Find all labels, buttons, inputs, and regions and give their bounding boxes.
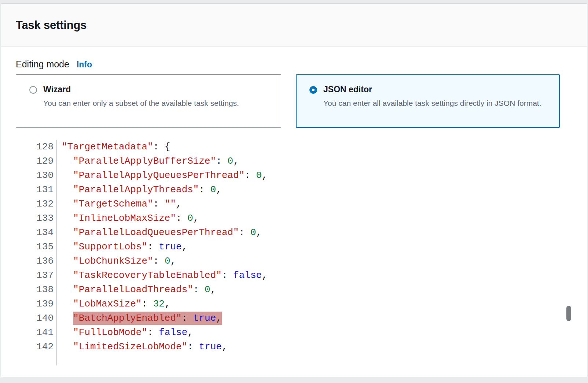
json-editor-description: You can enter all available task setting… [323, 98, 541, 109]
line-number: 132 [16, 197, 54, 211]
code-line: 129 "ParallelApplyBufferSize": 0, [16, 154, 572, 168]
json-editor-radio[interactable] [309, 86, 317, 94]
task-settings-panel: Task settings Editing mode Info Wizard Y… [1, 3, 587, 377]
line-number: 133 [16, 211, 54, 226]
wizard-card-text: Wizard You can enter only a subset of th… [43, 85, 239, 127]
editing-mode-row: Editing mode Info [16, 59, 572, 70]
code-line: 140 "BatchApplyEnabled": true, [16, 311, 572, 326]
code-line: 135 "SupportLobs": true, [16, 240, 572, 254]
editing-mode-label: Editing mode [16, 59, 69, 70]
wizard-radio[interactable] [29, 86, 37, 94]
line-number: 142 [16, 340, 54, 354]
code-line: 138 "ParallelLoadThreads": 0, [16, 283, 572, 297]
wizard-description: You can enter only a subset of the avail… [43, 98, 239, 109]
line-number: 128 [16, 140, 54, 154]
code-line: 133 "InlineLobMaxSize": 0, [16, 211, 572, 226]
line-number: 131 [16, 183, 54, 197]
line-number: 134 [16, 226, 54, 240]
line-number: 135 [16, 240, 54, 254]
code-text: "InlineLobMaxSize": 0, [54, 211, 199, 226]
code-text: "LobChunkSize": 0, [54, 254, 176, 268]
line-number: 129 [16, 154, 54, 168]
line-number: 139 [16, 297, 54, 311]
gutter-divider [56, 140, 57, 365]
code-text: "SupportLobs": true, [54, 240, 187, 254]
code-line: 134 "ParallelLoadQueuesPerThread": 0, [16, 226, 572, 240]
code-line: 131 "ParallelApplyThreads": 0, [16, 183, 572, 197]
editing-mode-options: Wizard You can enter only a subset of th… [16, 74, 572, 128]
line-number: 130 [16, 168, 54, 183]
code-text: "ParallelLoadQueuesPerThread": 0, [54, 226, 262, 240]
page-title: Task settings [16, 19, 87, 32]
option-card-wizard[interactable]: Wizard You can enter only a subset of th… [16, 74, 281, 128]
code-text: "LimitedSizeLobMode": true, [54, 340, 228, 354]
code-text: "BatchApplyEnabled": true, [54, 311, 222, 326]
code-text: "ParallelApplyThreads": 0, [54, 183, 222, 197]
code-text: "TaskRecoveryTableEnabled": false, [54, 268, 268, 283]
line-number: 141 [16, 326, 54, 340]
json-code-editor[interactable]: 128"TargetMetadata": {129 "ParallelApply… [16, 140, 572, 365]
code-text: "LobMaxSize": 32, [54, 297, 170, 311]
panel-body: Editing mode Info Wizard You can enter o… [1, 47, 587, 365]
code-line: 136 "LobChunkSize": 0, [16, 254, 572, 268]
code-text: "TargetSchema": "", [54, 197, 182, 211]
json-editor-card-text: JSON editor You can enter all available … [323, 85, 541, 127]
highlighted-code: "BatchApplyEnabled": true, [73, 312, 222, 325]
wizard-label: Wizard [43, 85, 239, 94]
line-number: 138 [16, 283, 54, 297]
code-line: 130 "ParallelApplyQueuesPerThread": 0, [16, 168, 572, 183]
code-line: 137 "TaskRecoveryTableEnabled": false, [16, 268, 572, 283]
info-link[interactable]: Info [77, 60, 92, 70]
scrollbar-thumb[interactable] [566, 306, 571, 321]
line-number: 140 [16, 311, 54, 326]
code-line: 132 "TargetSchema": "", [16, 197, 572, 211]
option-card-json-editor[interactable]: JSON editor You can enter all available … [296, 74, 560, 128]
code-text: "ParallelLoadThreads": 0, [54, 283, 216, 297]
code-text: "ParallelApplyBufferSize": 0, [54, 154, 239, 168]
code-line: 141 "FullLobMode": false, [16, 326, 572, 340]
code-text: "TargetMetadata": { [54, 140, 170, 154]
code-line: 128"TargetMetadata": { [16, 140, 572, 154]
code-text: "ParallelApplyQueuesPerThread": 0, [54, 168, 268, 183]
panel-header: Task settings [1, 4, 587, 47]
line-number: 136 [16, 254, 54, 268]
code-text: "FullLobMode": false, [54, 326, 193, 340]
line-number: 137 [16, 268, 54, 283]
json-editor-label: JSON editor [323, 85, 541, 94]
code-line: 139 "LobMaxSize": 32, [16, 297, 572, 311]
code-line: 142 "LimitedSizeLobMode": true, [16, 340, 572, 354]
code-lines: 128"TargetMetadata": {129 "ParallelApply… [16, 140, 572, 354]
